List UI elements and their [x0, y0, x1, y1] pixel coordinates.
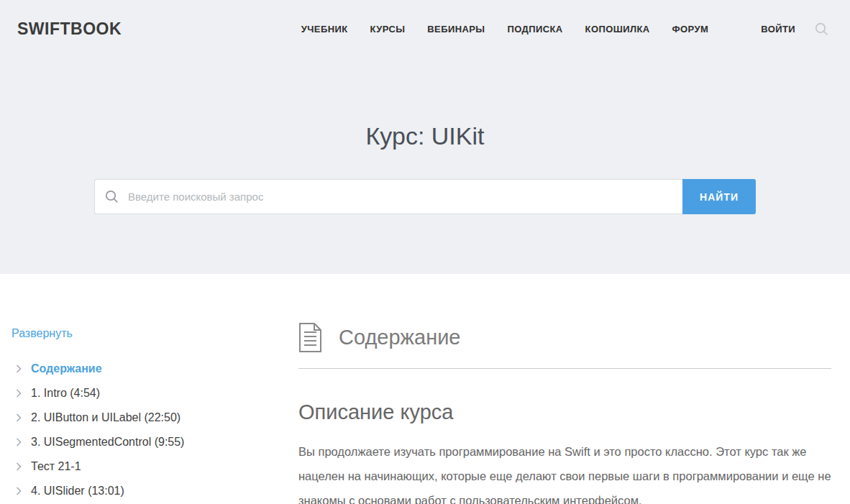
top-area: SWIFTBOOK УЧЕБНИК КУРСЫ ВЕБИНАРЫ ПОДПИСК… [0, 0, 850, 274]
divider [298, 368, 831, 369]
nav-item-forum[interactable]: ФОРУМ [672, 24, 709, 35]
nav-item-koposhilka[interactable]: КОПОШИЛКА [585, 24, 650, 35]
nav-item-vebinary[interactable]: ВЕБИНАРЫ [427, 24, 485, 35]
header-search-icon[interactable] [815, 22, 828, 36]
toc-item-label: Тест 21-1 [31, 460, 81, 473]
login-button[interactable]: ВОЙТИ [761, 24, 795, 35]
logo[interactable]: SWIFTBOOK [17, 19, 122, 39]
expand-all-link[interactable]: Развернуть [12, 327, 73, 340]
nav-item-podpiska[interactable]: ПОДПИСКА [507, 24, 562, 35]
toc-item-label: Содержание [31, 362, 102, 375]
toc-item-test-21-1[interactable]: Тест 21-1 [16, 460, 284, 472]
search-submit-button[interactable]: НАЙТИ [682, 179, 756, 214]
course-description-text: Вы продолжаете изучать программирование … [298, 439, 831, 504]
course-search-bar: НАЙТИ [94, 179, 756, 214]
toc-item-label: 1. Intro (4:54) [31, 387, 100, 400]
content: Развернуть Содержание 1. Intro (4:54) 2.… [0, 274, 850, 504]
chevron-right-icon [16, 413, 22, 422]
nav-item-uchebnik[interactable]: УЧЕБНИК [301, 24, 348, 35]
chevron-right-icon [16, 487, 22, 495]
search-input-wrap [94, 179, 682, 214]
toc-item-uisegmentedcontrol[interactable]: 3. UISegmentedControl (9:55) [16, 436, 284, 448]
toc-item-intro[interactable]: 1. Intro (4:54) [16, 387, 284, 399]
chevron-right-icon [16, 365, 22, 373]
page-title: Курс: UIKit [0, 58, 850, 150]
search-input[interactable] [127, 190, 672, 203]
toc-item-soderzhanie[interactable]: Содержание [16, 362, 284, 375]
magnifier-icon [105, 190, 119, 203]
toc-item-label: 4. UISlider (13:01) [31, 485, 124, 498]
document-icon [298, 322, 322, 353]
section-title: Содержание [339, 326, 460, 349]
sidebar: Развернуть Содержание 1. Intro (4:54) 2.… [0, 274, 298, 504]
toc-item-uislider[interactable]: 4. UISlider (13:01) [16, 485, 284, 497]
section-head: Содержание [298, 322, 831, 353]
chevron-right-icon [16, 438, 22, 446]
course-description-heading: Описание курса [298, 400, 831, 424]
chevron-right-icon [16, 389, 22, 398]
main-content: Содержание Описание курса Вы продолжаете… [298, 274, 850, 504]
main-nav: УЧЕБНИК КУРСЫ ВЕБИНАРЫ ПОДПИСКА КОПОШИЛК… [279, 22, 828, 36]
toc-item-label: 3. UISegmentedControl (9:55) [31, 436, 184, 449]
nav-item-kursy[interactable]: КУРСЫ [370, 24, 406, 35]
header: SWIFTBOOK УЧЕБНИК КУРСЫ ВЕБИНАРЫ ПОДПИСК… [0, 0, 850, 58]
chevron-right-icon [16, 462, 22, 471]
table-of-contents: Содержание 1. Intro (4:54) 2. UIButton и… [12, 362, 284, 497]
toc-item-label: 2. UIButton и UILabel (22:50) [31, 411, 180, 424]
toc-item-uibutton-uilabel[interactable]: 2. UIButton и UILabel (22:50) [16, 411, 284, 423]
